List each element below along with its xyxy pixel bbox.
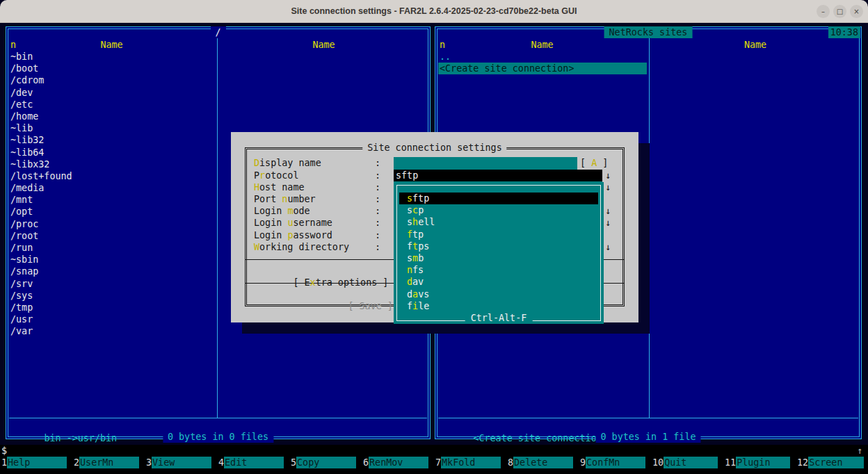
- scroll-up-icon[interactable]: ↑: [857, 445, 862, 457]
- column-header-name[interactable]: Name: [650, 39, 861, 51]
- protocol-option[interactable]: ftps: [399, 240, 598, 252]
- protocol-option[interactable]: smb: [399, 252, 598, 264]
- history-arrow-icon[interactable]: ↓: [605, 181, 611, 193]
- hotkey-letter: n: [407, 265, 412, 275]
- hotkey-letter: a: [412, 289, 418, 300]
- function-key-2[interactable]: 2UserMn: [74, 457, 139, 468]
- hotkey-letter: f: [407, 229, 412, 240]
- left-panel-path-title[interactable]: /: [210, 26, 225, 38]
- function-key-label[interactable]: View: [152, 457, 211, 468]
- window-controls: – □ ×: [817, 5, 863, 18]
- protocol-option[interactable]: shell: [399, 216, 598, 228]
- function-key-4[interactable]: 4Edit: [218, 457, 284, 468]
- field-colon: :: [375, 229, 380, 241]
- protocol-option[interactable]: davs: [399, 288, 598, 300]
- left-panel-header: n Name Name: [6, 39, 430, 51]
- function-key-number: 4: [218, 457, 224, 468]
- column-header-name[interactable]: Name: [218, 39, 430, 51]
- file-entry[interactable]: /etc: [10, 99, 426, 111]
- protocol-combo[interactable]: sftp: [394, 170, 602, 181]
- file-entry[interactable]: /dev: [10, 87, 426, 99]
- function-key-label[interactable]: Edit: [224, 457, 284, 468]
- minimize-icon: –: [821, 8, 825, 15]
- auto-name-button[interactable]: [ A ]: [580, 157, 608, 169]
- function-key-9[interactable]: 9ConfMn: [580, 457, 645, 468]
- function-key-label[interactable]: Plugin: [736, 457, 790, 468]
- protocol-dropdown: sftpscpshellftpftpssmbnfsdavdavsfile Ctr…: [394, 182, 604, 324]
- left-panel-status-bar: bin ->usr/bin root root Symlin 23-02-25 …: [10, 420, 426, 432]
- function-key-label[interactable]: ConfMn: [586, 457, 645, 468]
- function-key-7[interactable]: 7MkFold: [435, 457, 501, 468]
- function-key-number: 10: [652, 457, 664, 468]
- save-button[interactable]: [ Save ]: [348, 301, 393, 311]
- file-entry-cursor[interactable]: <Create site connection>: [438, 63, 647, 74]
- right-panel-status-bar: <Create site connection>: [440, 420, 857, 432]
- protocol-option-selected[interactable]: sftp: [399, 193, 598, 204]
- function-key-11[interactable]: 11Plugin: [725, 457, 790, 468]
- function-key-12[interactable]: 12Screen: [797, 457, 864, 468]
- column-header-name[interactable]: Name: [435, 39, 649, 51]
- field-label: Login username: [254, 217, 332, 229]
- window-titlebar[interactable]: Site connection settings - FAR2L 2.6.4-2…: [0, 0, 868, 23]
- function-key-label[interactable]: Screen: [808, 457, 864, 468]
- field-label: Login password: [254, 229, 332, 241]
- file-entry[interactable]: /home: [10, 111, 426, 122]
- history-arrow-icon[interactable]: ↓: [605, 170, 611, 181]
- file-entry[interactable]: ..: [440, 51, 857, 63]
- display-name-input[interactable]: [394, 157, 577, 169]
- function-key-number: 7: [435, 457, 441, 468]
- function-key-label[interactable]: Quit: [664, 457, 718, 468]
- field-label: Working directory: [254, 241, 349, 253]
- history-arrow-icon[interactable]: ↓: [605, 241, 611, 253]
- function-key-label[interactable]: RenMov: [369, 457, 428, 468]
- function-key-label[interactable]: Copy: [296, 457, 356, 468]
- status-separator: [9, 418, 427, 418]
- function-key-number: 6: [363, 457, 369, 468]
- hotkey-letter: d: [407, 277, 412, 287]
- function-key-label[interactable]: MkFold: [441, 457, 501, 468]
- function-key-3[interactable]: 3View: [146, 457, 211, 468]
- protocol-option[interactable]: file: [399, 300, 598, 312]
- maximize-button[interactable]: □: [833, 5, 846, 18]
- field-label: Host name: [254, 181, 305, 193]
- status-file-name: bin ->usr/bin: [44, 433, 117, 443]
- field-colon: :: [375, 170, 380, 181]
- dialog-field-row: Display name:[ A ]: [231, 157, 638, 169]
- right-panel-title[interactable]: NetRocks sites: [604, 26, 693, 38]
- function-key-number: 9: [580, 457, 586, 468]
- function-key-number: 3: [146, 457, 152, 468]
- protocol-option[interactable]: ftp: [399, 229, 598, 240]
- function-key-10[interactable]: 10Quit: [652, 457, 718, 468]
- function-key-6[interactable]: 6RenMov: [363, 457, 428, 468]
- protocol-option[interactable]: scp: [399, 204, 598, 216]
- column-header-name[interactable]: Name: [6, 39, 217, 51]
- field-colon: :: [375, 157, 380, 169]
- hotkey-letter: n: [282, 194, 287, 204]
- protocol-option[interactable]: nfs: [399, 264, 598, 276]
- command-line[interactable]: $ ↑: [0, 445, 868, 457]
- function-key-8[interactable]: 8Delete: [508, 457, 573, 468]
- protocol-option[interactable]: dav: [399, 276, 598, 288]
- hotkey-letter: s: [407, 193, 412, 204]
- function-key-label[interactable]: Help: [7, 457, 67, 468]
- close-button[interactable]: ×: [850, 5, 863, 18]
- function-key-5[interactable]: 5Copy: [291, 457, 356, 468]
- function-key-1[interactable]: 1Help: [1, 457, 67, 468]
- function-key-label[interactable]: UserMn: [79, 457, 139, 468]
- clock: 10:38: [828, 26, 860, 38]
- function-key-number: 11: [725, 457, 736, 468]
- field-colon: :: [375, 193, 380, 205]
- function-key-number: 5: [291, 457, 296, 468]
- hotkey-letter: p: [287, 230, 293, 240]
- history-arrow-icon[interactable]: ↓: [605, 217, 611, 229]
- dialog-field-row: Protocol:sftp↓: [231, 170, 638, 181]
- function-key-label[interactable]: Delete: [513, 457, 573, 468]
- hotkey-letter: D: [254, 158, 259, 168]
- file-entry[interactable]: /boot: [10, 63, 426, 74]
- file-entry[interactable]: ~bin: [10, 51, 426, 63]
- status-file-name: <Create site connection>: [473, 433, 607, 443]
- history-arrow-icon[interactable]: ↓: [605, 205, 611, 217]
- minimize-button[interactable]: –: [817, 5, 830, 18]
- left-panel-footer-total: 0 bytes in 0 files: [163, 432, 273, 443]
- file-entry[interactable]: /cdrom: [10, 74, 426, 86]
